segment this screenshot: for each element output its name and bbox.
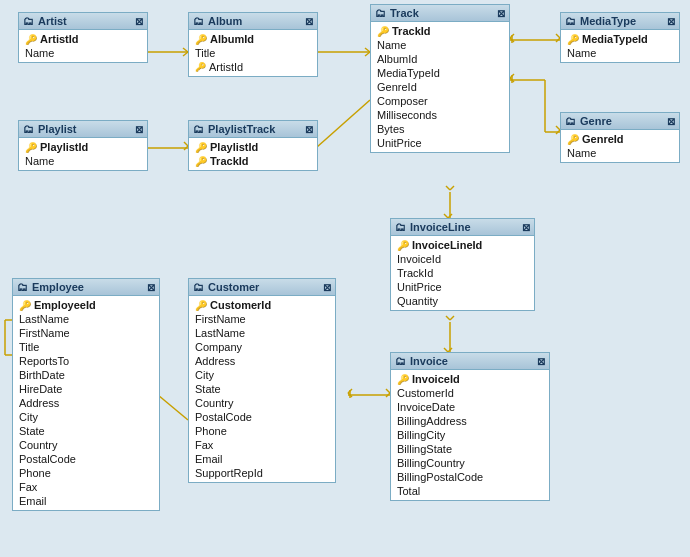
table-employee-row-employeeid: 🔑EmployeeId — [13, 298, 159, 312]
table-employee-row-lastname: LastName — [13, 312, 159, 326]
pk-icon: 🔑 — [195, 300, 207, 311]
table-invoiceline-row-trackid: TrackId — [391, 266, 534, 280]
table-playlist-expand[interactable]: ⊠ — [135, 124, 143, 135]
svg-line-47 — [348, 389, 352, 393]
table-artist-title: Artist — [38, 15, 67, 27]
pk-icon: 🔑 — [377, 26, 389, 37]
table-employee-row-postalcode: PostalCode — [13, 452, 159, 466]
table-invoiceline-row-quantity: Quantity — [391, 294, 534, 308]
table-playlist-header: 🗂 Playlist ⊠ — [19, 121, 147, 138]
table-customer-row-country: Country — [189, 396, 335, 410]
pk-icon: 🔑 — [397, 374, 409, 385]
table-invoiceline-row-invoiceid: InvoiceId — [391, 252, 534, 266]
table-genre-expand[interactable]: ⊠ — [667, 116, 675, 127]
table-employee-row-title: Title — [13, 340, 159, 354]
pk-icon: 🔑 — [397, 240, 409, 251]
table-customer-row-supportrepid: SupportRepId — [189, 466, 335, 480]
table-mediatype-expand[interactable]: ⊠ — [667, 16, 675, 27]
table-invoiceline-title: InvoiceLine — [410, 221, 471, 233]
table-track-title: Track — [390, 7, 419, 19]
table-album-row-title: Title — [189, 46, 317, 60]
table-customer-row-address: Address — [189, 354, 335, 368]
table-invoice-icon: 🗂 — [395, 355, 406, 367]
table-playlisttrack-header: 🗂 PlaylistTrack ⊠ — [189, 121, 317, 138]
table-playlisttrack-row-trackid: 🔑TrackId — [189, 154, 317, 168]
table-playlist-row-playlistid: 🔑PlaylistId — [19, 140, 147, 154]
table-customer-row-email: Email — [189, 452, 335, 466]
table-invoice: 🗂 Invoice ⊠ 🔑InvoiceId CustomerId Invoic… — [390, 352, 550, 501]
table-artist-expand[interactable]: ⊠ — [135, 16, 143, 27]
table-customer-expand[interactable]: ⊠ — [323, 282, 331, 293]
table-genre-header: 🗂 Genre ⊠ — [561, 113, 679, 130]
table-album-title: Album — [208, 15, 242, 27]
table-employee-icon: 🗂 — [17, 281, 28, 293]
table-track-row-genreid: GenreId — [371, 80, 509, 94]
table-album-icon: 🗂 — [193, 15, 204, 27]
pk-icon: 🔑 — [195, 156, 207, 167]
table-artist-header: 🗂 Artist ⊠ — [19, 13, 147, 30]
svg-line-40 — [450, 186, 454, 190]
pk-icon: 🔑 — [195, 34, 207, 45]
table-employee-header: 🗂 Employee ⊠ — [13, 279, 159, 296]
table-track-expand[interactable]: ⊠ — [497, 8, 505, 19]
table-mediatype-title: MediaType — [580, 15, 636, 27]
table-customer: 🗂 Customer ⊠ 🔑CustomerId FirstName LastN… — [188, 278, 336, 483]
table-invoice-row-total: Total — [391, 484, 549, 498]
table-employee: 🗂 Employee ⊠ 🔑EmployeeId LastName FirstN… — [12, 278, 160, 511]
table-employee-row-state: State — [13, 424, 159, 438]
table-customer-row-city: City — [189, 368, 335, 382]
table-mediatype: 🗂 MediaType ⊠ 🔑MediaTypeId Name — [560, 12, 680, 63]
er-diagram: 🗂 Artist ⊠ 🔑ArtistId Name 🗂 Album ⊠ 🔑Alb… — [0, 0, 690, 557]
table-invoice-row-invoiceid: 🔑InvoiceId — [391, 372, 549, 386]
pk-icon: 🔑 — [19, 300, 31, 311]
table-invoice-title: Invoice — [410, 355, 448, 367]
table-playlist-row-name: Name — [19, 154, 147, 168]
table-invoice-row-billingcountry: BillingCountry — [391, 456, 549, 470]
table-artist-icon: 🗂 — [23, 15, 34, 27]
svg-line-21 — [510, 74, 514, 78]
table-invoice-row-billingcity: BillingCity — [391, 428, 549, 442]
table-track-row-milliseconds: Milliseconds — [371, 108, 509, 122]
table-employee-row-fax: Fax — [13, 480, 159, 494]
svg-line-13 — [510, 34, 514, 38]
table-album-expand[interactable]: ⊠ — [305, 16, 313, 27]
table-track: 🗂 Track ⊠ 🔑TrackId Name AlbumId MediaTyp… — [370, 4, 510, 153]
table-employee-row-firstname: FirstName — [13, 326, 159, 340]
table-employee-row-address: Address — [13, 396, 159, 410]
table-customer-row-firstname: FirstName — [189, 312, 335, 326]
table-customer-row-lastname: LastName — [189, 326, 335, 340]
table-genre-title: Genre — [580, 115, 612, 127]
table-track-row-mediatypeid: MediaTypeId — [371, 66, 509, 80]
table-customer-row-customerid: 🔑CustomerId — [189, 298, 335, 312]
table-genre-row-genreid: 🔑GenreId — [561, 132, 679, 146]
table-playlist: 🗂 Playlist ⊠ 🔑PlaylistId Name — [18, 120, 148, 171]
table-invoiceline-row-unitprice: UnitPrice — [391, 280, 534, 294]
table-invoice-row-billingpostalcode: BillingPostalCode — [391, 470, 549, 484]
table-customer-row-phone: Phone — [189, 424, 335, 438]
table-playlisttrack-row-playlistid: 🔑PlaylistId — [189, 140, 317, 154]
table-artist-row-name: Name — [19, 46, 147, 60]
table-track-row-composer: Composer — [371, 94, 509, 108]
table-playlisttrack-expand[interactable]: ⊠ — [305, 124, 313, 135]
table-track-header: 🗂 Track ⊠ — [371, 5, 509, 22]
svg-line-39 — [446, 186, 450, 190]
table-playlist-title: Playlist — [38, 123, 77, 135]
table-track-row-albumid: AlbumId — [371, 52, 509, 66]
table-album: 🗂 Album ⊠ 🔑AlbumId Title 🔑ArtistId — [188, 12, 318, 77]
table-employee-title: Employee — [32, 281, 84, 293]
table-employee-row-reportsto: ReportsTo — [13, 354, 159, 368]
table-invoiceline-row-invoicelineid: 🔑InvoiceLineId — [391, 238, 534, 252]
svg-line-44 — [446, 316, 450, 320]
table-playlisttrack: 🗂 PlaylistTrack ⊠ 🔑PlaylistId 🔑TrackId — [188, 120, 318, 171]
table-mediatype-row-name: Name — [561, 46, 679, 60]
table-customer-row-postalcode: PostalCode — [189, 410, 335, 424]
table-invoice-expand[interactable]: ⊠ — [537, 356, 545, 367]
table-invoice-row-invoicedate: InvoiceDate — [391, 400, 549, 414]
svg-line-45 — [450, 316, 454, 320]
table-genre-row-name: Name — [561, 146, 679, 160]
svg-line-14 — [510, 38, 514, 42]
table-invoiceline-expand[interactable]: ⊠ — [522, 222, 530, 233]
table-employee-expand[interactable]: ⊠ — [147, 282, 155, 293]
table-track-row-unitprice: UnitPrice — [371, 136, 509, 150]
table-invoiceline-header: 🗂 InvoiceLine ⊠ — [391, 219, 534, 236]
